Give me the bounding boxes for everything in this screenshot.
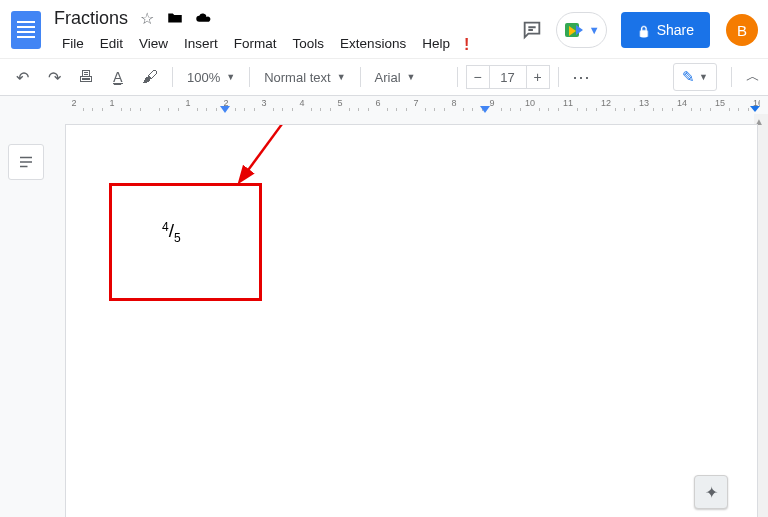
menu-insert[interactable]: Insert xyxy=(176,32,226,58)
account-avatar[interactable]: B xyxy=(726,14,758,46)
menu-help[interactable]: Help xyxy=(414,32,458,58)
caret-down-icon: ▼ xyxy=(407,72,416,82)
font-value: Arial xyxy=(375,70,401,85)
menu-format[interactable]: Format xyxy=(226,32,285,58)
ruler-mark: 4 xyxy=(288,98,316,108)
meet-button[interactable]: ▼ xyxy=(556,12,607,48)
menu-view[interactable]: View xyxy=(131,32,176,58)
first-line-indent-marker[interactable] xyxy=(480,106,490,113)
caret-down-icon: ▼ xyxy=(337,72,346,82)
fraction-numerator: 4 xyxy=(162,220,169,234)
caret-down-icon: ▼ xyxy=(226,72,235,82)
ruler-mark: 2 xyxy=(60,98,88,108)
ruler-mark: 10 xyxy=(516,98,544,108)
caret-down-icon: ▼ xyxy=(589,24,600,36)
header: Fractions File Edit View Insert Format T… xyxy=(0,0,768,58)
star-icon[interactable] xyxy=(138,9,156,27)
hide-menus-button[interactable]: ︿ xyxy=(746,68,760,86)
share-button[interactable]: Share xyxy=(621,12,710,48)
annotation-red-box xyxy=(109,183,262,301)
redo-button[interactable]: ↷ xyxy=(40,63,68,91)
cloud-status-icon[interactable] xyxy=(194,9,212,27)
ruler-mark: 1 xyxy=(98,98,126,108)
docs-logo[interactable] xyxy=(8,6,44,54)
style-value: Normal text xyxy=(264,70,330,85)
font-size-decrease[interactable]: − xyxy=(466,65,490,89)
ruler-mark: 3 xyxy=(250,98,278,108)
separator xyxy=(249,67,250,87)
separator xyxy=(360,67,361,87)
ruler-mark: 11 xyxy=(554,98,582,108)
separator xyxy=(457,67,458,87)
fraction-text[interactable]: 4/5 xyxy=(162,220,181,245)
undo-button[interactable]: ↶ xyxy=(8,63,36,91)
menu-extensions[interactable]: Extensions xyxy=(332,32,414,58)
font-size-increase[interactable]: + xyxy=(526,65,550,89)
svg-line-1 xyxy=(246,125,296,173)
paint-format-button[interactable]: 🖌 xyxy=(136,63,164,91)
paragraph-style-select[interactable]: Normal text ▼ xyxy=(258,63,351,91)
ruler-mark: 1 xyxy=(174,98,202,108)
workspace: ▲ 4/5 xyxy=(0,114,768,517)
caret-down-icon: ▼ xyxy=(699,72,708,82)
ruler-mark: 12 xyxy=(592,98,620,108)
menu-bar: File Edit View Insert Format Tools Exten… xyxy=(54,32,475,58)
pen-icon xyxy=(682,68,695,86)
ruler-mark: 7 xyxy=(402,98,430,108)
fraction-denominator: 5 xyxy=(174,231,181,245)
separator xyxy=(558,67,559,87)
menu-alert-icon[interactable]: ! xyxy=(458,32,475,58)
explore-button[interactable] xyxy=(694,475,728,509)
document-page[interactable]: 4/5 xyxy=(65,124,758,517)
meet-icon xyxy=(565,20,585,40)
ruler-mark: 13 xyxy=(630,98,658,108)
spellcheck-button[interactable]: A̲ xyxy=(104,63,132,91)
ruler[interactable]: 2112345678910111213141516 xyxy=(0,96,768,114)
zoom-value: 100% xyxy=(187,70,220,85)
font-select[interactable]: Arial ▼ xyxy=(369,63,449,91)
font-size-value[interactable]: 17 xyxy=(490,65,526,89)
separator xyxy=(172,67,173,87)
document-outline-button[interactable] xyxy=(8,144,44,180)
share-label: Share xyxy=(657,22,694,38)
title-block: Fractions File Edit View Insert Format T… xyxy=(54,6,475,58)
zoom-select[interactable]: 100% ▼ xyxy=(181,63,241,91)
ruler-mark: 14 xyxy=(668,98,696,108)
separator xyxy=(731,67,732,87)
comment-history-icon[interactable] xyxy=(518,16,546,44)
ruler-mark: 8 xyxy=(440,98,468,108)
right-margin-marker[interactable] xyxy=(750,106,760,112)
font-size-control: − 17 + xyxy=(466,65,550,89)
lock-icon xyxy=(637,22,651,38)
menu-tools[interactable]: Tools xyxy=(285,32,333,58)
menu-file[interactable]: File xyxy=(54,32,92,58)
toolbar: ↶ ↷ 🖶 A̲ 🖌 100% ▼ Normal text ▼ Arial ▼ … xyxy=(0,58,768,96)
ruler-mark: 5 xyxy=(326,98,354,108)
menu-edit[interactable]: Edit xyxy=(92,32,131,58)
ruler-mark: 15 xyxy=(706,98,734,108)
left-indent-marker[interactable] xyxy=(220,106,230,113)
move-icon[interactable] xyxy=(166,9,184,27)
left-rail xyxy=(8,144,48,180)
document-title[interactable]: Fractions xyxy=(54,8,128,29)
print-button[interactable]: 🖶 xyxy=(72,63,100,91)
editing-mode-button[interactable]: ▼ xyxy=(673,63,717,91)
more-toolbar-button[interactable] xyxy=(567,63,595,91)
header-right: ▼ Share B xyxy=(518,6,758,48)
ruler-mark: 6 xyxy=(364,98,392,108)
